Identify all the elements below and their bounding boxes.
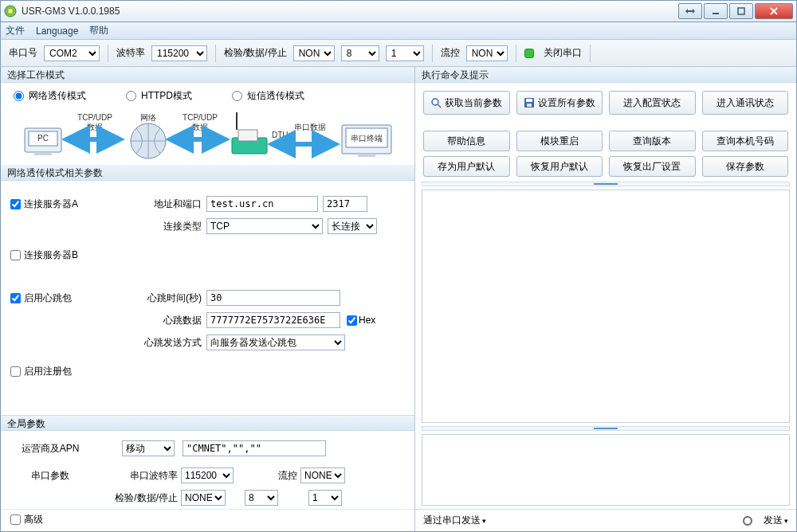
com-port-label: 串口号 <box>9 46 37 60</box>
stopbits-select[interactable]: 1 <box>386 45 424 61</box>
flow-select[interactable]: NONE <box>466 45 508 61</box>
serial-baud-select[interactable]: 115200 <box>181 467 234 483</box>
enter-comm-button[interactable]: 进入通讯状态 <box>702 91 789 115</box>
addr-port-label: 地址和端口 <box>130 198 202 211</box>
restore-user-default-button[interactable]: 恢复用户默认 <box>516 156 603 177</box>
svg-rect-27 <box>527 104 532 107</box>
window-extra-button[interactable] <box>678 3 702 19</box>
svg-text:DTU: DTU <box>272 131 289 139</box>
conn-type-label: 连接类型 <box>130 220 202 233</box>
server-b-label: 连接服务器B <box>24 248 78 262</box>
svg-text:数据: 数据 <box>87 123 103 131</box>
register-label: 启用注册包 <box>24 365 72 378</box>
server-port-input[interactable] <box>323 196 367 212</box>
enter-config-button[interactable]: 进入配置状态 <box>609 91 696 115</box>
svg-text:串口数据: 串口数据 <box>294 123 326 131</box>
app-icon <box>4 5 17 18</box>
restore-factory-button[interactable]: 恢复出厂设置 <box>609 156 696 177</box>
get-params-button[interactable]: 获取当前参数 <box>423 91 510 115</box>
mode-httpd-radio[interactable]: HTTPD模式 <box>126 89 192 103</box>
svg-rect-7 <box>34 152 52 155</box>
title-bar: USR-GM3 V1.0.0.1985 <box>0 0 797 22</box>
com-port-select[interactable]: COM2 <box>44 45 100 61</box>
conn-mode-select[interactable]: 长连接 <box>328 218 377 234</box>
mode-sms-radio[interactable]: 短信透传模式 <box>232 89 304 103</box>
hb-time-input[interactable] <box>206 290 340 306</box>
save-icon <box>524 97 535 108</box>
heartbeat-label: 启用心跳包 <box>24 291 72 305</box>
send-radio-icon <box>743 516 752 526</box>
serial-parity-select[interactable]: NONE <box>181 490 226 506</box>
server-addr-input[interactable] <box>206 196 318 212</box>
svg-text:TCP/UDP: TCP/UDP <box>183 113 218 122</box>
hb-hex-checkbox[interactable] <box>347 315 357 326</box>
svg-rect-3 <box>738 8 744 14</box>
serial-parity-label: 检验/数据/停止 <box>98 491 178 505</box>
serial-flow-select[interactable]: NONE <box>300 467 345 483</box>
svg-rect-15 <box>238 130 257 141</box>
save-user-default-button[interactable]: 存为用户默认 <box>423 156 510 177</box>
svg-rect-26 <box>526 99 532 102</box>
apn-carrier-select[interactable]: 移动 <box>122 440 175 456</box>
serial-toolbar: 串口号 COM2 波特率 115200 检验/数据/停止 NONE 8 1 流控… <box>0 40 797 67</box>
menu-help[interactable]: 帮助 <box>89 24 108 37</box>
svg-rect-1 <box>8 9 13 14</box>
hb-data-input[interactable] <box>206 312 340 328</box>
apn-label: 运营商及APN <box>10 442 90 456</box>
set-params-button[interactable]: 设置所有参数 <box>516 91 603 115</box>
close-port-button[interactable]: 关闭串口 <box>544 46 582 60</box>
mode-diagram: PC TCP/UDP 数据 网络 TCP/UDP 数据 DTU <box>1 106 414 165</box>
svg-point-23 <box>432 99 438 105</box>
query-version-button[interactable]: 查询版本 <box>609 131 696 151</box>
flow-label: 流控 <box>441 46 460 60</box>
send-via-dropdown[interactable]: 通过串口发送▾ <box>423 514 486 527</box>
serial-databits-select[interactable]: 8 <box>245 490 278 506</box>
restart-button[interactable]: 模块重启 <box>516 131 603 151</box>
window-title: USR-GM3 V1.0.0.1985 <box>22 6 677 17</box>
query-number-button[interactable]: 查询本机号码 <box>702 131 789 151</box>
apn-value-input[interactable] <box>183 440 326 456</box>
receive-log-pane[interactable] <box>422 190 790 423</box>
log-splitter-top[interactable] <box>422 182 790 186</box>
hb-time-label: 心跳时间(秒) <box>130 291 202 305</box>
serial-params-label: 串口参数 <box>10 469 90 483</box>
serial-stopbits-select[interactable]: 1 <box>308 490 342 506</box>
close-button[interactable] <box>755 3 793 19</box>
baud-select[interactable]: 115200 <box>151 45 207 61</box>
baud-label: 波特率 <box>116 46 145 60</box>
execute-header: 执行命令及提示 <box>415 67 796 83</box>
server-a-checkbox[interactable] <box>10 199 21 209</box>
menu-language[interactable]: Language <box>36 25 78 37</box>
parity-select[interactable]: NONE <box>293 45 335 61</box>
server-b-checkbox[interactable] <box>10 250 21 260</box>
log-splitter-bottom[interactable] <box>422 426 790 431</box>
hb-send-label: 心跳发送方式 <box>130 336 202 350</box>
serial-baud-label: 串口波特率 <box>122 469 178 483</box>
svg-rect-2 <box>713 13 719 14</box>
svg-text:数据: 数据 <box>192 123 208 131</box>
advanced-checkbox[interactable] <box>10 514 21 525</box>
register-checkbox[interactable] <box>10 366 21 377</box>
advanced-label: 高级 <box>24 513 43 526</box>
svg-rect-22 <box>358 154 375 157</box>
maximize-button[interactable] <box>729 3 753 19</box>
minimize-button[interactable] <box>704 3 728 19</box>
parity-label: 检验/数据/停止 <box>224 46 287 60</box>
serial-flow-label: 流控 <box>234 469 297 483</box>
heartbeat-checkbox[interactable] <box>10 293 21 303</box>
databits-select[interactable]: 8 <box>341 45 379 61</box>
menu-file[interactable]: 文件 <box>6 24 25 37</box>
help-info-button[interactable]: 帮助信息 <box>423 131 510 151</box>
conn-type-select[interactable]: TCP <box>206 218 323 234</box>
hb-send-select[interactable]: 向服务器发送心跳包 <box>206 334 345 350</box>
send-button[interactable]: 发送▾ <box>764 514 788 527</box>
hb-data-label: 心跳数据 <box>130 314 202 327</box>
svg-line-24 <box>438 104 441 108</box>
save-params-button[interactable]: 保存参数 <box>702 156 789 177</box>
svg-text:PC: PC <box>37 134 49 143</box>
svg-text:串口终端: 串口终端 <box>351 134 383 143</box>
net-params-header: 网络透传模式相关参数 <box>1 165 414 181</box>
send-input-pane[interactable] <box>422 434 790 506</box>
port-status-led <box>524 49 534 58</box>
mode-net-radio[interactable]: 网络透传模式 <box>14 89 86 103</box>
